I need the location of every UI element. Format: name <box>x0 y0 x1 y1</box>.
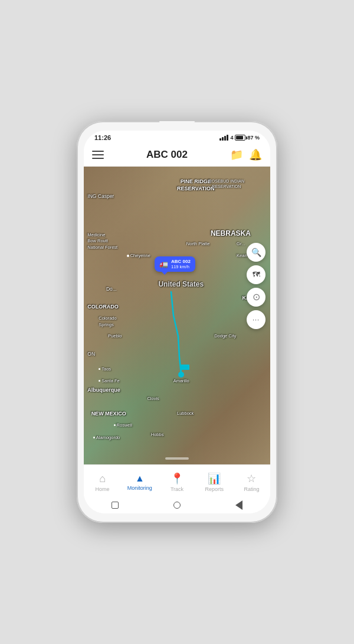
status-right: 4 87 % <box>219 135 260 141</box>
nav-track-label: Track <box>171 486 183 492</box>
nav-rating[interactable]: ☆ Rating <box>233 470 270 495</box>
sys-circle-button[interactable] <box>172 500 182 510</box>
location-button[interactable]: ⊙ <box>247 288 266 307</box>
nav-monitoring[interactable]: ▲ Monitoring <box>121 471 158 493</box>
bottom-nav: ⌂ Home ▲ Monitoring 📍 Track 📊 Reports ☆ … <box>84 464 270 497</box>
more-button[interactable]: ··· <box>247 310 266 329</box>
network-type: 4 <box>230 135 233 141</box>
monitoring-icon: ▲ <box>135 473 145 484</box>
status-bar: 11:26 4 87 % <box>84 131 270 144</box>
track-icon: 📍 <box>171 472 183 485</box>
rating-icon: ☆ <box>247 472 256 485</box>
reports-icon: 📊 <box>208 472 221 485</box>
nav-reports-label: Reports <box>205 486 224 492</box>
header-icons: 📁 🔔 <box>230 148 262 161</box>
map-type-button[interactable]: 🗺 <box>247 265 266 284</box>
menu-button[interactable] <box>92 151 104 159</box>
map-container[interactable]: PINE RIDGERESERVATION ROSEBUD INDIANRESE… <box>84 167 270 464</box>
vehicle-bubble: 🚛 ABC 002 119 km/h <box>155 256 195 272</box>
phone-screen: 11:26 4 87 % <box>84 131 270 513</box>
folder-icon[interactable]: 📁 <box>230 148 243 161</box>
battery-percentage: 87 % <box>247 135 260 141</box>
header-title: ABC 002 <box>146 149 188 161</box>
notch <box>159 121 195 125</box>
map-background <box>84 167 270 464</box>
map-controls: 🔍 🗺 ⊙ ··· <box>247 243 266 329</box>
vehicle-speed: 119 km/h <box>171 264 191 269</box>
status-time: 11:26 <box>94 134 111 141</box>
nav-rating-label: Rating <box>244 486 259 492</box>
nav-home[interactable]: ⌂ Home <box>84 470 121 495</box>
battery-indicator <box>235 135 245 141</box>
nav-home-label: Home <box>96 486 110 492</box>
bell-icon[interactable]: 🔔 <box>249 148 262 161</box>
vehicle-id: ABC 002 <box>171 259 191 264</box>
signal-icon <box>219 135 228 141</box>
phone-frame: 11:26 4 87 % <box>77 121 277 523</box>
search-button[interactable]: 🔍 <box>247 243 266 262</box>
map-scrollbar <box>165 457 189 460</box>
truck-icon: 🚛 <box>159 260 168 268</box>
nav-track[interactable]: 📍 Track <box>158 470 195 495</box>
home-icon: ⌂ <box>99 473 106 485</box>
system-nav-bar <box>84 497 270 513</box>
nav-monitoring-label: Monitoring <box>127 485 152 491</box>
nav-reports[interactable]: 📊 Reports <box>196 470 233 495</box>
sys-square-button[interactable] <box>110 500 120 510</box>
app-header: ABC 002 📁 🔔 <box>84 144 270 167</box>
sys-back-button[interactable] <box>234 500 244 510</box>
